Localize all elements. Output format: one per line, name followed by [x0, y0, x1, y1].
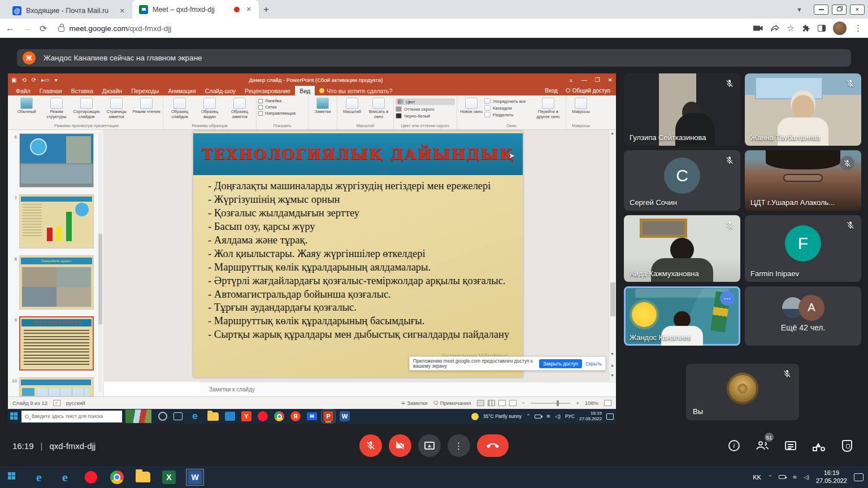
internet-explorer-icon[interactable]: e — [52, 466, 78, 488]
taskbar-search-field[interactable]: Введите здесь текст для поиска — [21, 411, 122, 422]
scroll-down-icon[interactable]: ▼ — [610, 352, 614, 356]
thumbnail-slide-6[interactable]: 6 — [10, 133, 98, 188]
edge-taskbar-icon[interactable]: e — [26, 466, 52, 488]
mic-toggle-button[interactable] — [359, 434, 382, 457]
pp-minimize-button[interactable]: — — [581, 77, 587, 83]
thumbnail-scrollbar[interactable] — [98, 132, 102, 392]
present-button[interactable]: ▲ — [418, 434, 441, 457]
spellcheck-icon[interactable]: ✓ — [53, 400, 60, 406]
checkbox-guides[interactable]: Направляющие — [258, 111, 306, 116]
tab-insert[interactable]: Вставка — [67, 86, 98, 95]
tab-camera-icon[interactable] — [753, 25, 763, 32]
ribbon-button-reading[interactable]: Режим чтения — [132, 97, 161, 115]
status-slideshow-icon[interactable] — [509, 400, 517, 406]
activities-button[interactable] — [811, 438, 826, 453]
zoom-out-button[interactable]: − — [522, 400, 526, 406]
bookmark-star-icon[interactable]: ☆ — [787, 23, 795, 33]
tray-chevron-icon[interactable]: ⌃ — [768, 474, 772, 480]
tab-review[interactable]: Рецензирование — [240, 86, 295, 95]
extensions-puzzle-icon[interactable] — [802, 24, 810, 33]
zoom-in-button[interactable]: + — [576, 400, 579, 406]
leave-call-button[interactable] — [477, 434, 509, 457]
share-button[interactable]: Общий доступ — [566, 88, 610, 94]
action-center-icon[interactable] — [606, 413, 614, 420]
fit-slide-icon[interactable] — [604, 400, 611, 406]
tab-meet[interactable]: Meet – qxd-fmxd-djj ✕ — [132, 0, 259, 19]
participant-tile[interactable]: F Farmin Inipaev — [745, 215, 861, 282]
status-reading-view-icon[interactable] — [498, 400, 506, 406]
edge-icon[interactable]: e — [189, 410, 201, 422]
opera-icon[interactable] — [258, 411, 268, 421]
qat-dropdown-icon[interactable]: ▾ — [55, 77, 58, 83]
cortana-icon[interactable] — [158, 412, 167, 421]
start-button-icon[interactable] — [10, 412, 18, 420]
notes-pane[interactable]: Заметки к слайду — [200, 382, 616, 396]
checkbox-gridlines[interactable]: Сетка — [258, 104, 306, 110]
profile-avatar[interactable] — [833, 21, 847, 35]
word-taskbar-icon[interactable]: W — [340, 411, 350, 421]
thumbnail-slide-10[interactable]: 10 — [10, 377, 98, 396]
tab-design[interactable]: Дизайн — [98, 86, 127, 95]
participant-tile[interactable]: ЦДТ г.Ушарал Алаколь... — [745, 150, 861, 211]
ribbon-button-fit-window[interactable]: Вписать в окно — [366, 97, 392, 119]
language-indicator[interactable]: РУС — [565, 413, 575, 419]
tab-close-icon[interactable]: ✕ — [118, 6, 127, 15]
participant-tile[interactable]: Аида Кажмухановна — [624, 215, 740, 282]
tab-view[interactable]: Вид — [295, 86, 315, 95]
yandex-browser-icon[interactable]: Я — [290, 411, 301, 421]
meeting-details-button[interactable]: i — [727, 438, 741, 453]
ribbon-button-macros[interactable]: Макросы — [568, 97, 594, 115]
sign-in-link[interactable]: Вход — [545, 88, 558, 94]
tab-home[interactable]: Главная — [35, 86, 67, 95]
ribbon-button-grayscale[interactable]: Оттенки серого — [396, 106, 455, 112]
previous-slide-icon[interactable]: ▲ — [610, 363, 614, 367]
status-notes-button[interactable]: ≐ Заметки — [401, 400, 428, 406]
slideshow-icon[interactable]: ▸▭ — [41, 77, 49, 83]
mail-icon[interactable]: ✉ — [307, 412, 317, 420]
ribbon-button-handout-master[interactable]: Образец выдач — [195, 97, 224, 119]
pp-close-button[interactable]: ✕ — [608, 77, 613, 83]
ribbon-button-normal[interactable]: Обычный — [12, 97, 41, 115]
action-center-icon[interactable] — [854, 473, 863, 481]
ribbon-button-notes-master[interactable]: Образец заметок — [225, 97, 254, 119]
back-button[interactable]: ← — [6, 23, 15, 33]
thumbnail-slide-7[interactable]: 7 — [10, 194, 98, 249]
thumbnail-slide-8[interactable]: 8 Тәжірибелік жұмыс: — [10, 255, 98, 310]
opera-taskbar-icon[interactable] — [78, 466, 104, 488]
file-explorer-icon[interactable] — [207, 412, 219, 421]
task-view-icon[interactable] — [173, 412, 183, 420]
tab-animations[interactable]: Анимация — [163, 86, 200, 95]
tab-slideshow[interactable]: Слайд-шоу — [201, 86, 240, 95]
thumbnail-slide-9-selected[interactable]: 9 ТЕХНОЛОГИЯЛЫҚ ДАЙЫНДЫҚ — [10, 316, 98, 371]
zoom-slider[interactable] — [531, 403, 570, 404]
chrome-taskbar-icon[interactable] — [104, 466, 130, 488]
ribbon-button-sorter[interactable]: Сортировщик слайдов — [72, 97, 101, 119]
file-explorer-taskbar-icon[interactable] — [130, 466, 156, 488]
slide-scrollbar[interactable]: ▲ ▼ ▲ ▼ — [609, 130, 616, 382]
host-controls-button[interactable] — [840, 438, 854, 453]
ribbon-button-cascade[interactable]: Каскадом — [484, 105, 532, 111]
proofing-language[interactable]: русский — [66, 400, 85, 406]
window-minimize-button[interactable] — [814, 5, 828, 15]
language-indicator[interactable]: KK — [753, 474, 761, 481]
excel-taskbar-icon[interactable]: X — [156, 466, 182, 488]
url-field[interactable]: meet.google.com/qxd-fmxd-djj — [58, 24, 745, 33]
ribbon-button-switch-windows[interactable]: Перейти в другое окно — [532, 97, 564, 119]
share-icon[interactable] — [771, 24, 780, 32]
pp-restore-button[interactable]: ❐ — [595, 77, 600, 83]
ribbon-button-blackwhite[interactable]: Черно-белый — [396, 113, 455, 119]
participants-button[interactable]: 51 — [755, 438, 770, 453]
reload-button[interactable]: ⟳ — [40, 23, 47, 34]
ribbon-button-color[interactable]: Цвет — [396, 98, 455, 105]
stop-sharing-button[interactable]: Закрыть доступ — [539, 359, 582, 368]
new-tab-button[interactable]: + — [263, 4, 269, 15]
tab-mail[interactable]: @ Входящие - Почта Mail.ru ✕ — [6, 4, 132, 18]
tab-search-chevron-icon[interactable]: ▼ — [796, 6, 802, 13]
side-panel-icon[interactable] — [818, 25, 826, 32]
zoom-percent[interactable]: 108% — [585, 400, 598, 406]
tell-me-box[interactable]: Что вы хотите сделать? — [319, 88, 392, 94]
next-slide-icon[interactable]: ▼ — [610, 373, 614, 377]
more-participants-tile[interactable]: A Ещё 42 чел. — [745, 286, 861, 346]
participant-tile[interactable]: Жанна Таубалдиева — [745, 73, 861, 146]
self-view-tile[interactable]: Вы — [686, 364, 799, 420]
